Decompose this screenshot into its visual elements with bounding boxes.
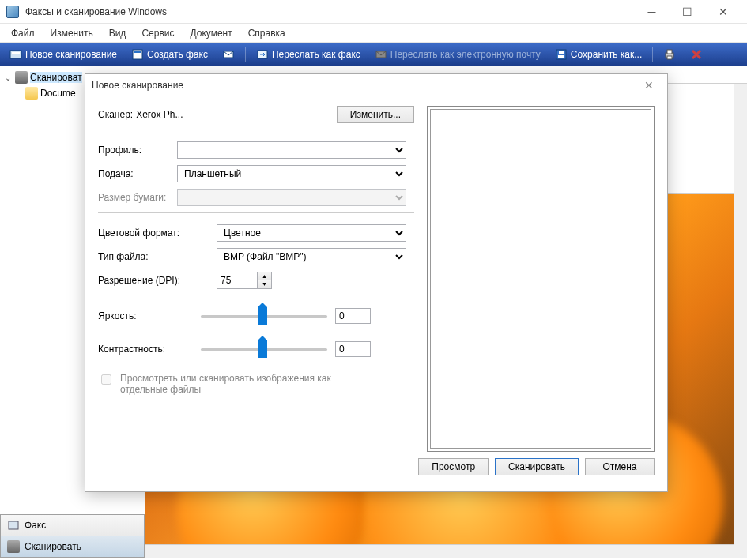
menu-edit[interactable]: Изменить bbox=[43, 25, 101, 41]
toolbar: Новое сканирование Создать факс Переслат… bbox=[0, 43, 747, 66]
change-scanner-button[interactable]: Изменить... bbox=[337, 106, 414, 123]
brightness-slider[interactable] bbox=[201, 306, 335, 325]
dpi-input[interactable] bbox=[217, 272, 257, 288]
save-icon bbox=[555, 48, 568, 61]
svg-rect-1 bbox=[12, 52, 20, 54]
window-title: Факсы и сканирование Windows bbox=[25, 6, 634, 17]
tb-delete[interactable] bbox=[684, 46, 709, 63]
scanner-folder-icon bbox=[15, 71, 28, 84]
tb-forward-fax-label: Переслать как факс bbox=[272, 49, 360, 60]
tree-child-label: Docume bbox=[40, 88, 76, 99]
scanner-small-icon bbox=[7, 540, 20, 553]
tb-forward-email: Переслать как электронную почту bbox=[368, 46, 547, 63]
delete-icon bbox=[690, 48, 703, 61]
contrast-thumb[interactable] bbox=[258, 340, 267, 358]
fax-small-icon bbox=[7, 519, 20, 532]
vertical-scrollbar[interactable] bbox=[734, 84, 747, 558]
tb-forward-fax[interactable]: Переслать как факс bbox=[250, 46, 367, 63]
paper-size-select bbox=[177, 189, 406, 206]
svg-rect-3 bbox=[134, 51, 141, 53]
toolbar-separator bbox=[652, 47, 653, 62]
toolbar-separator bbox=[245, 47, 246, 62]
forward-email-icon bbox=[375, 48, 387, 61]
contrast-value[interactable] bbox=[335, 341, 371, 357]
brightness-label: Яркость: bbox=[98, 310, 201, 321]
scan-button[interactable]: Сканировать bbox=[495, 458, 579, 475]
window-titlebar: Факсы и сканирование Windows ─ ☐ ✕ bbox=[0, 0, 747, 24]
scan-preview-box bbox=[427, 106, 655, 452]
folder-icon bbox=[25, 87, 38, 100]
svg-rect-13 bbox=[9, 521, 18, 529]
sidebar-buttons: Факс Сканировать bbox=[0, 514, 145, 558]
dpi-down[interactable]: ▼ bbox=[258, 280, 271, 288]
profile-select[interactable] bbox=[177, 141, 406, 159]
svg-rect-12 bbox=[667, 56, 672, 59]
fax-icon bbox=[131, 48, 144, 61]
scanner-value: Xerox Ph... bbox=[136, 109, 337, 120]
file-type-label: Тип файла: bbox=[98, 251, 217, 262]
tb-save-as[interactable]: Сохранить как... bbox=[549, 46, 648, 63]
color-format-select[interactable]: Цветное bbox=[217, 224, 406, 242]
tb-reply[interactable] bbox=[216, 46, 241, 63]
brightness-value[interactable] bbox=[335, 308, 371, 324]
side-fax-label: Факс bbox=[25, 520, 46, 531]
tb-print[interactable] bbox=[657, 46, 682, 63]
new-scan-dialog: Новое сканирование ✕ Сканер: Xerox Ph...… bbox=[85, 73, 668, 492]
contrast-slider[interactable] bbox=[201, 340, 335, 359]
dialog-close-button[interactable]: ✕ bbox=[637, 77, 661, 93]
svg-rect-2 bbox=[133, 50, 142, 59]
horizontal-scrollbar[interactable] bbox=[145, 544, 734, 558]
dialog-title: Новое сканирование bbox=[92, 80, 637, 91]
file-type-select[interactable]: BMP (Файл "BMP") bbox=[217, 248, 406, 265]
menu-view[interactable]: Вид bbox=[101, 25, 134, 41]
dialog-titlebar: Новое сканирование ✕ bbox=[85, 74, 667, 96]
maximize-button[interactable]: ☐ bbox=[670, 1, 705, 23]
source-select[interactable]: Планшетный bbox=[177, 165, 406, 182]
cancel-button[interactable]: Отмена bbox=[585, 458, 655, 475]
scan-preview-canvas bbox=[430, 109, 651, 449]
tb-save-as-label: Сохранить как... bbox=[571, 49, 642, 60]
side-fax-button[interactable]: Факс bbox=[0, 514, 145, 536]
dialog-footer: Просмотр Сканировать Отмена bbox=[85, 452, 667, 485]
tb-new-scan-label: Новое сканирование bbox=[25, 49, 117, 60]
menubar: Файл Изменить Вид Сервис Документ Справк… bbox=[0, 24, 747, 43]
tb-new-fax-label: Создать факс bbox=[147, 49, 208, 60]
contrast-label: Контрастность: bbox=[98, 344, 201, 355]
dpi-spinner[interactable]: ▲ ▼ bbox=[217, 272, 272, 289]
close-button[interactable]: ✕ bbox=[705, 1, 741, 23]
tb-forward-email-label: Переслать как электронную почту bbox=[390, 49, 541, 60]
separate-files-label: Просмотреть или сканировать изображения … bbox=[120, 373, 341, 395]
collapse-icon[interactable]: ⌄ bbox=[3, 73, 13, 82]
separate-files-checkbox bbox=[101, 374, 111, 385]
divider bbox=[98, 212, 414, 213]
menu-document[interactable]: Документ bbox=[182, 25, 240, 41]
tb-new-fax[interactable]: Создать факс bbox=[125, 46, 214, 63]
dpi-up[interactable]: ▲ bbox=[258, 272, 271, 280]
side-scan-button[interactable]: Сканировать bbox=[0, 536, 145, 558]
dpi-label: Разрешение (DPI): bbox=[98, 275, 217, 286]
tb-new-scan[interactable]: Новое сканирование bbox=[3, 46, 123, 63]
svg-rect-8 bbox=[558, 55, 564, 58]
dialog-preview-area bbox=[427, 106, 655, 452]
menu-help[interactable]: Справка bbox=[240, 25, 293, 41]
scanner-label: Сканер: bbox=[98, 109, 133, 120]
paper-size-label: Размер бумаги: bbox=[98, 192, 177, 203]
scanner-icon bbox=[9, 48, 22, 61]
side-scan-label: Сканировать bbox=[25, 541, 81, 552]
preview-button[interactable]: Просмотр bbox=[418, 458, 489, 475]
brightness-thumb[interactable] bbox=[258, 307, 267, 325]
svg-rect-11 bbox=[667, 50, 672, 54]
app-icon bbox=[6, 6, 19, 18]
dialog-settings: Сканер: Xerox Ph... Изменить... Профиль:… bbox=[98, 106, 414, 452]
menu-tools[interactable]: Сервис bbox=[134, 25, 182, 41]
minimize-button[interactable]: ─ bbox=[634, 1, 670, 23]
svg-rect-9 bbox=[559, 51, 564, 54]
tree-root-label: Сканироват bbox=[30, 72, 82, 83]
color-format-label: Цветовой формат: bbox=[98, 227, 217, 239]
profile-label: Профиль: bbox=[98, 145, 177, 156]
divider bbox=[98, 130, 414, 130]
menu-file[interactable]: Файл bbox=[3, 25, 43, 41]
reply-icon bbox=[222, 48, 235, 61]
forward-fax-icon bbox=[256, 48, 269, 61]
source-label: Подача: bbox=[98, 168, 177, 179]
